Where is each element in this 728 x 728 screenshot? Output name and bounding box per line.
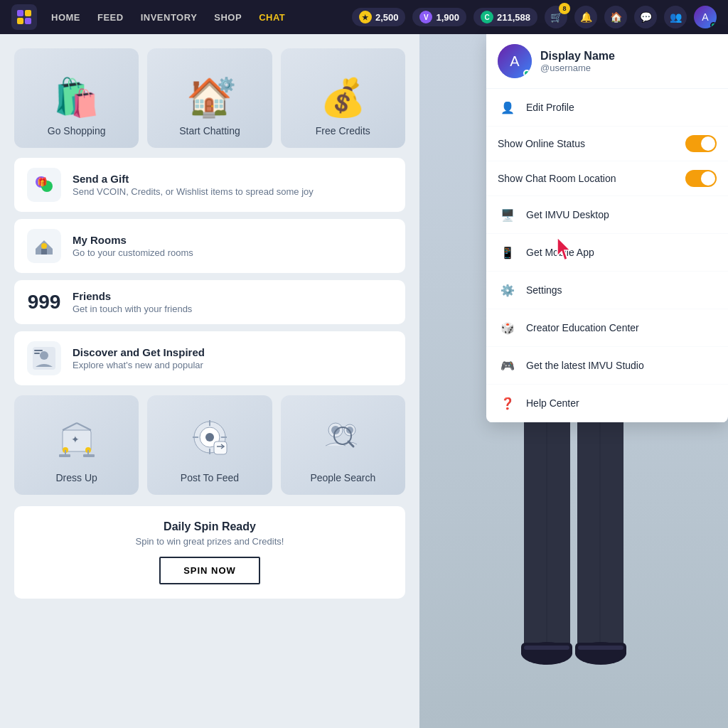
daily-spin-title: Daily Spin Ready	[28, 520, 391, 533]
settings-item[interactable]: ⚙️ Settings	[486, 272, 728, 309]
rooms-icon-wrap	[27, 229, 61, 263]
start-chatting-card[interactable]: 🏠 ⚙️ Start Chatting	[147, 48, 272, 148]
friends-text: Friends Get in touch with your friends	[73, 290, 192, 314]
people-button[interactable]: 👥	[664, 6, 687, 28]
svg-line-14	[63, 423, 77, 430]
shopping-icon: 🛍️	[53, 76, 100, 119]
show-online-status-row[interactable]: Show Online Status	[486, 127, 728, 161]
help-center-item[interactable]: ❓ Help Center	[486, 385, 728, 422]
gift-text: Send a Gift Send VCOIN, Credits, or Wish…	[73, 173, 314, 197]
online-status-toggle[interactable]	[685, 135, 717, 152]
chat-location-toggle[interactable]	[685, 170, 717, 187]
nav-shop[interactable]: SHOP	[214, 12, 242, 23]
stars-icon: ★	[359, 11, 372, 23]
online-status-label: Show Online Status	[498, 138, 585, 149]
svg-rect-0	[17, 10, 23, 16]
svg-line-15	[77, 423, 91, 430]
bottom-cards-row: ✦ Dress Up	[14, 395, 405, 495]
nav-home[interactable]: HOME	[51, 12, 80, 23]
svg-rect-2	[17, 18, 23, 24]
notifications-button[interactable]: 🔔	[574, 6, 597, 28]
svg-point-25	[205, 433, 214, 441]
chatting-icon: 🏠 ⚙️	[186, 76, 232, 119]
svg-text:🎁: 🎁	[37, 176, 48, 187]
edit-profile-item[interactable]: 👤 Edit Profile	[486, 89, 728, 127]
svg-rect-3	[25, 18, 31, 24]
svg-rect-61	[524, 646, 569, 650]
free-credits-card[interactable]: 💰 Free Credits	[281, 48, 405, 148]
dropdown-username: @username	[540, 63, 615, 73]
cart-button[interactable]: 🛒 8	[545, 6, 567, 28]
people-search-icon	[321, 416, 364, 466]
post-feed-card[interactable]: Post To Feed	[147, 395, 272, 495]
svg-rect-1	[25, 10, 31, 16]
online-indicator	[710, 22, 717, 28]
vcoin-icon: V	[419, 11, 432, 23]
friends-item[interactable]: 999 Friends Get in touch with your frien…	[14, 280, 405, 324]
chat-location-label: Show Chat Room Location	[498, 173, 616, 184]
svg-point-8	[41, 243, 47, 249]
nav-links: HOME FEED INVENTORY SHOP CHAT	[51, 12, 352, 23]
post-feed-icon	[188, 416, 231, 466]
dropdown-avatar: A	[498, 44, 532, 78]
get-mobile-app-item[interactable]: 📱 Get Mobile App	[486, 234, 728, 272]
nav-inventory[interactable]: INVENTORY	[141, 12, 198, 23]
svg-text:✦: ✦	[71, 434, 80, 445]
svg-rect-12	[34, 353, 40, 354]
svg-rect-7	[41, 249, 47, 255]
currency-credits: C 211,588	[473, 8, 537, 26]
settings-label: Settings	[526, 284, 562, 296]
post-feed-label: Post To Feed	[181, 472, 239, 483]
currency-stars: ★ 2,500	[352, 8, 406, 26]
user-dropdown-menu: A Display Name @username 👤 Edit Profile …	[486, 34, 728, 422]
imvu-studio-item[interactable]: 🎮 Get the latest IMVU Studio	[486, 347, 728, 385]
cart-badge: 8	[559, 3, 570, 14]
dropdown-header: A Display Name @username	[486, 34, 728, 89]
people-search-card[interactable]: People Search	[281, 395, 405, 495]
go-shopping-card[interactable]: 🛍️ Go Shopping	[14, 48, 139, 148]
people-search-label: People Search	[310, 472, 375, 483]
user-avatar[interactable]: A	[694, 6, 717, 28]
daily-spin-subtitle: Spin to win great prizes and Credits!	[28, 536, 391, 547]
svg-rect-11	[34, 350, 43, 351]
credits-icon: C	[481, 11, 493, 23]
spin-now-button[interactable]: SPIN NOW	[159, 557, 260, 584]
creator-education-item[interactable]: 🎲 Creator Education Center	[486, 309, 728, 347]
help-icon: ❓	[498, 393, 518, 413]
svg-point-10	[40, 351, 48, 360]
dropdown-online-dot	[523, 70, 530, 77]
chat-button[interactable]: 💬	[634, 6, 657, 28]
svg-rect-62	[578, 646, 623, 650]
gift-icon-wrap: 🎁	[27, 168, 61, 202]
edit-profile-label: Edit Profile	[526, 102, 574, 113]
nav-feed[interactable]: FEED	[97, 12, 124, 23]
top-cards-row: 🛍️ Go Shopping 🏠 ⚙️ Start Chatting 💰 Fre…	[14, 48, 405, 148]
nav-right: ★ 2,500 V 1,900 C 211,588 🛒 8 🔔 🏠 💬 👥 A	[352, 6, 717, 28]
dress-up-icon: ✦	[55, 416, 98, 466]
svg-rect-30	[214, 441, 227, 454]
left-panel: 🛍️ Go Shopping 🏠 ⚙️ Start Chatting 💰 Fre…	[0, 34, 419, 728]
my-rooms-item[interactable]: My Rooms Go to your customized rooms	[14, 219, 405, 273]
get-imvu-desktop-item[interactable]: 🖥️ Get IMVU Desktop	[486, 196, 728, 234]
desktop-icon: 🖥️	[498, 205, 518, 225]
nav-chat[interactable]: CHAT	[259, 12, 285, 23]
studio-label: Get the latest IMVU Studio	[526, 360, 644, 371]
dress-up-card[interactable]: ✦ Dress Up	[14, 395, 139, 495]
home-button[interactable]: 🏠	[604, 6, 627, 28]
creator-icon: 🎲	[498, 318, 518, 338]
send-gift-item[interactable]: 🎁 Send a Gift Send VCOIN, Credits, or Wi…	[14, 158, 405, 212]
svg-rect-21	[83, 454, 95, 457]
mobile-icon: 📱	[498, 242, 518, 262]
friends-count: 999	[27, 291, 61, 314]
start-chatting-label: Start Chatting	[179, 125, 240, 136]
svg-rect-20	[59, 454, 70, 457]
credits-bag-icon: 💰	[320, 76, 366, 119]
discover-text: Discover and Get Inspired Explore what's…	[73, 346, 205, 370]
show-chat-location-row[interactable]: Show Chat Room Location	[486, 161, 728, 196]
discover-item[interactable]: Discover and Get Inspired Explore what's…	[14, 331, 405, 385]
creator-label: Creator Education Center	[526, 322, 639, 333]
navbar: HOME FEED INVENTORY SHOP CHAT ★ 2,500 V …	[0, 0, 728, 34]
currency-vcoin: V 1,900	[412, 8, 466, 26]
studio-icon: 🎮	[498, 355, 518, 375]
free-credits-label: Free Credits	[316, 125, 370, 136]
